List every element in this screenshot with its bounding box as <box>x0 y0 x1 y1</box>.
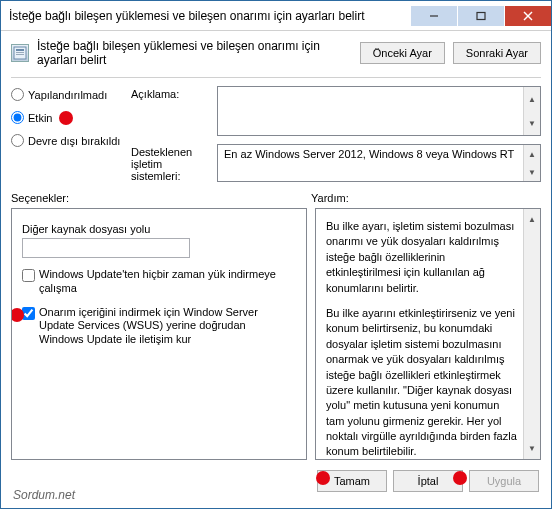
policy-icon <box>11 44 29 62</box>
chk-no-windows-update[interactable] <box>22 269 35 282</box>
help-section-label: Yardım: <box>311 192 349 204</box>
highlight-dot <box>453 471 467 485</box>
radio-not-configured-input[interactable] <box>11 88 24 101</box>
help-scrollbar[interactable]: ▲▼ <box>523 209 540 459</box>
description-scrollbar[interactable]: ▲▼ <box>523 87 540 135</box>
radio-disabled[interactable]: Devre dışı bırakıldı <box>11 134 123 147</box>
window-title: İsteğe bağlı bileşen yüklemesi ve bileşe… <box>9 9 410 23</box>
radio-enabled[interactable]: Etkin <box>11 111 123 124</box>
help-paragraph: Bu ilke ayarı, işletim sistemi bozulması… <box>326 219 518 296</box>
svg-rect-1 <box>477 12 485 19</box>
watermark: Sordum.net <box>13 488 75 502</box>
maximize-button[interactable] <box>458 6 504 26</box>
supported-os-scrollbar[interactable]: ▲▼ <box>523 145 540 181</box>
radio-disabled-label: Devre dışı bırakıldı <box>28 135 120 147</box>
supported-os-value: En az Windows Server 2012, Windows 8 vey… <box>224 148 514 160</box>
radio-disabled-input[interactable] <box>11 134 24 147</box>
svg-rect-6 <box>16 52 24 53</box>
chk-wsus-direct[interactable] <box>22 307 35 320</box>
help-panel: Bu ilke ayarı, işletim sistemi bozulması… <box>315 208 541 460</box>
highlight-dot <box>59 111 73 125</box>
prev-setting-button[interactable]: Önceki Ayar <box>360 42 445 64</box>
radio-enabled-label: Etkin <box>28 112 52 124</box>
radio-enabled-input[interactable] <box>11 111 24 124</box>
alt-source-input[interactable] <box>22 238 190 258</box>
chk-no-windows-update-label: Windows Update'ten hiçbir zaman yük indi… <box>39 268 283 296</box>
svg-rect-5 <box>16 49 24 51</box>
chk-wsus-direct-label: Onarım içeriğini indirmek için Window Se… <box>39 306 283 347</box>
help-text: Bu ilke ayarı, işletim sistemi bozulması… <box>316 209 540 460</box>
supported-os-box: En az Windows Server 2012, Windows 8 vey… <box>217 144 541 182</box>
options-panel: Diğer kaynak dosyası yolu Windows Update… <box>11 208 307 460</box>
minimize-button[interactable] <box>411 6 457 26</box>
divider <box>11 77 541 78</box>
highlight-dot <box>11 308 24 322</box>
svg-rect-7 <box>16 54 24 55</box>
cancel-button[interactable]: İptal <box>393 470 463 492</box>
description-label: Açıklama: <box>131 86 211 136</box>
apply-button[interactable]: Uygula <box>469 470 539 492</box>
description-box[interactable]: ▲▼ <box>217 86 541 136</box>
options-section-label: Seçenekler: <box>11 192 311 204</box>
highlight-dot <box>316 471 330 485</box>
alt-source-label: Diğer kaynak dosyası yolu <box>22 223 296 235</box>
radio-not-configured[interactable]: Yapılandırılmadı <box>11 88 123 101</box>
page-title: İsteğe bağlı bileşen yüklemesi ve bileşe… <box>37 39 352 67</box>
next-setting-button[interactable]: Sonraki Ayar <box>453 42 541 64</box>
supported-os-label: Desteklenen işletim sistemleri: <box>131 144 211 182</box>
help-paragraph: Bu ilke ayarını etkinleştirirseniz ve ye… <box>326 306 518 460</box>
radio-not-configured-label: Yapılandırılmadı <box>28 89 107 101</box>
close-button[interactable] <box>505 6 551 26</box>
